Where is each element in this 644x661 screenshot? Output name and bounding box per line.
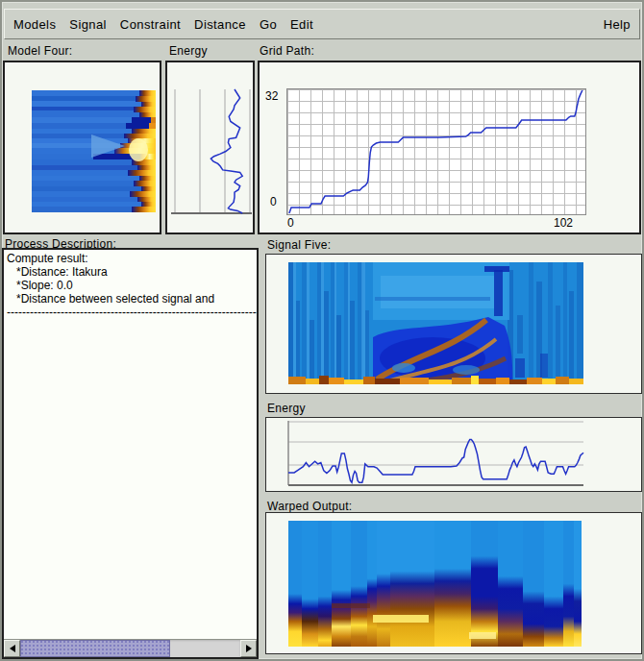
signal-five-spectrogram — [288, 262, 583, 384]
scroll-left-button[interactable] — [4, 640, 20, 657]
energy-left-panel — [165, 61, 255, 234]
menu-signal[interactable]: Signal — [69, 17, 107, 32]
grid-path-ytick-min: 0 — [270, 195, 277, 208]
energy-bottom-panel — [265, 417, 642, 492]
menu-constraint[interactable]: Constraint — [120, 17, 181, 32]
arrow-left-icon — [10, 645, 15, 652]
grid-path-ytick-max: 32 — [265, 89, 278, 103]
grid-path-panel: 32 0 0 102 — [258, 61, 641, 234]
menu-distance[interactable]: Distance — [194, 17, 246, 32]
warped-output-panel — [265, 512, 642, 654]
warped-output-label: Warped Output: — [267, 500, 352, 513]
grid-path-label: Grid Path: — [260, 44, 314, 58]
menu-help[interactable]: Help — [604, 17, 631, 32]
energy-left-label: Energy — [169, 44, 208, 58]
energy-bottom-line — [288, 439, 583, 482]
warped-output-spectrogram — [288, 521, 582, 647]
menu-models[interactable]: Models — [13, 17, 56, 32]
model-four-panel — [3, 61, 161, 234]
energy-bottom-label: Energy — [267, 402, 306, 415]
process-description-text: Compute result: *Distance: Itakura *Slop… — [4, 250, 257, 639]
scrollbar-track[interactable] — [20, 640, 240, 657]
grid-path-line — [289, 90, 582, 213]
model-four-spectrogram — [32, 90, 156, 212]
grid-path-line-layer — [287, 89, 585, 214]
grid-path-xtick-min: 0 — [287, 216, 294, 230]
model-four-label: Model Four: — [8, 44, 72, 58]
horizontal-scrollbar[interactable] — [4, 639, 257, 657]
app-window: Models Signal Constraint Distance Go Edi… — [0, 0, 644, 661]
menu-edit[interactable]: Edit — [290, 17, 313, 32]
energy-left-line — [211, 89, 242, 213]
scroll-right-button[interactable] — [240, 640, 257, 657]
menu-bar: Models Signal Constraint Distance Go Edi… — [4, 9, 640, 39]
grid-path-xtick-max: 102 — [554, 216, 573, 230]
scrollbar-thumb[interactable] — [20, 640, 170, 657]
signal-five-label: Signal Five: — [267, 238, 331, 252]
arrow-right-icon — [246, 645, 252, 652]
energy-left-plot — [167, 62, 253, 233]
menu-go[interactable]: Go — [260, 17, 277, 32]
process-description-panel: Compute result: *Distance: Itakura *Slop… — [2, 248, 259, 659]
signal-five-panel — [265, 254, 642, 394]
energy-bottom-plot — [266, 418, 641, 491]
